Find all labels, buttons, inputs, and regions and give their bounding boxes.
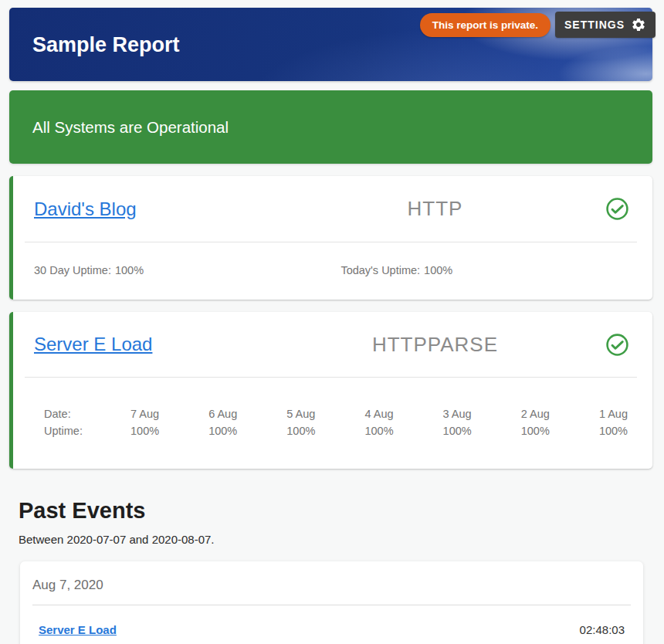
history-date: 2 Aug xyxy=(496,405,574,422)
history-uptime-label: Uptime: xyxy=(44,422,106,439)
monitor-stats: 30 Day Uptime:100% Today's Uptime:100% xyxy=(13,242,652,276)
history-uptime: 100% xyxy=(574,422,652,439)
monitor-header: David's Blog HTTP xyxy=(13,176,652,242)
history-date: 1 Aug xyxy=(574,405,652,422)
history-date: 7 Aug xyxy=(106,405,184,422)
events-group-date: Aug 7, 2020 xyxy=(32,561,631,593)
history-uptime: 100% xyxy=(496,422,574,439)
header-controls: This report is private. SETTINGS xyxy=(420,12,656,38)
history-uptime: 100% xyxy=(106,422,184,439)
monitor-card-server-e-load: Server E Load HTTPPARSE Date: 7 Aug 6 Au… xyxy=(9,312,652,469)
history-uptime: 100% xyxy=(418,422,496,439)
history-date-label: Date: xyxy=(44,405,106,422)
settings-button-label: SETTINGS xyxy=(564,19,625,31)
event-row: Server E Load 02:48:03 xyxy=(32,605,631,636)
history-uptime: 100% xyxy=(184,422,262,439)
private-report-badge: This report is private. xyxy=(420,13,551,37)
check-circle-icon xyxy=(605,197,629,221)
all-systems-banner: All Systems are Operational xyxy=(9,90,652,164)
history-date: 4 Aug xyxy=(340,405,418,422)
monitor-link-server-e-load[interactable]: Server E Load xyxy=(34,334,152,355)
history-uptime: 100% xyxy=(340,422,418,439)
uptime-30day: 30 Day Uptime:100% xyxy=(34,264,144,276)
history-date: 5 Aug xyxy=(262,405,340,422)
event-link-server-e-load[interactable]: Server E Load xyxy=(39,623,117,636)
monitor-protocol: HTTPPARSE xyxy=(372,333,498,357)
uptime-today: Today's Uptime:100% xyxy=(340,264,452,276)
events-group-card: Aug 7, 2020 Server E Load 02:48:03 xyxy=(20,561,643,644)
all-systems-banner-text: All Systems are Operational xyxy=(32,118,229,137)
history-date: 3 Aug xyxy=(418,405,496,422)
past-events-title: Past Events xyxy=(19,498,664,524)
event-duration: 02:48:03 xyxy=(580,623,625,636)
gear-icon xyxy=(631,17,646,32)
history-uptime: 100% xyxy=(262,422,340,439)
monitor-header: Server E Load HTTPPARSE xyxy=(13,312,652,377)
page-title: Sample Report xyxy=(32,32,180,56)
monitor-card-davids-blog: David's Blog HTTP 30 Day Uptime:100% Tod… xyxy=(9,176,652,300)
report-header: Sample Report This report is private. SE… xyxy=(9,8,652,81)
past-events-range: Between 2020-07-07 and 2020-08-07. xyxy=(19,533,664,546)
monitor-link-davids-blog[interactable]: David's Blog xyxy=(34,198,137,220)
history-date: 6 Aug xyxy=(184,405,262,422)
settings-button[interactable]: SETTINGS xyxy=(555,12,656,38)
check-circle-icon xyxy=(605,333,629,357)
monitor-protocol: HTTP xyxy=(408,197,463,221)
uptime-history-table: Date: 7 Aug 6 Aug 5 Aug 4 Aug 3 Aug 2 Au… xyxy=(13,378,652,439)
